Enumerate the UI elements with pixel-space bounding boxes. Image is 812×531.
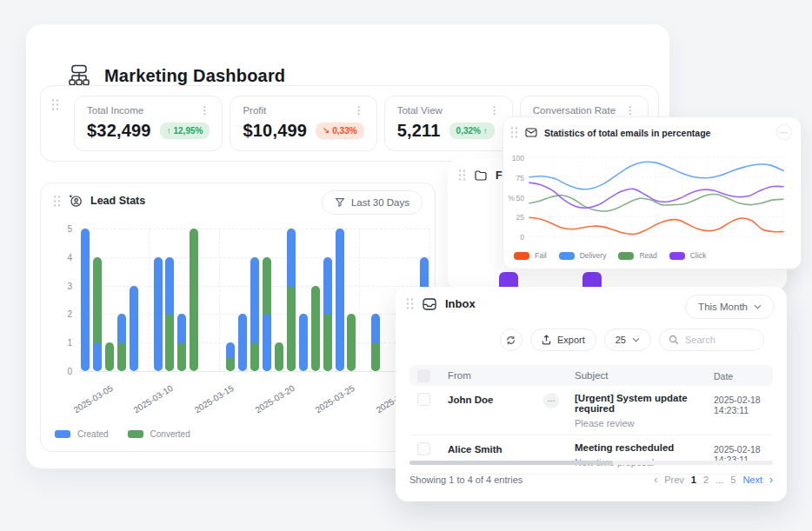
cell-subject: [Urgent] System update requiredPlease re…	[575, 393, 714, 428]
converted-bar	[287, 286, 296, 371]
kebab-menu-icon[interactable]: ⋮	[199, 106, 210, 115]
month-filter-button[interactable]: This Month	[685, 295, 775, 319]
x-axis-label: 2025-03-15	[186, 383, 236, 419]
bar-slot[interactable]	[299, 229, 308, 371]
bar-slot[interactable]	[117, 229, 126, 371]
converted-bar	[323, 314, 332, 371]
bar-slot[interactable]	[105, 229, 114, 371]
bar-slot[interactable]	[190, 229, 198, 371]
legend-label: Delivery	[580, 251, 607, 260]
legend-swatch	[128, 430, 143, 438]
bar-slot[interactable]	[250, 229, 259, 371]
pagination-item-prev[interactable]: Prev	[664, 475, 684, 485]
email-y-axis-label: 25	[509, 213, 524, 222]
filter-label: Last 30 Days	[351, 197, 409, 208]
created-bar	[336, 229, 344, 371]
drag-handle-icon[interactable]	[406, 297, 414, 310]
kebab-menu-icon[interactable]: ⋮	[489, 106, 500, 115]
legend-label: Created	[77, 429, 109, 439]
bar-slot[interactable]	[336, 229, 344, 371]
gridline	[79, 371, 430, 372]
pagination-item-5[interactable]: 5	[730, 475, 735, 485]
bar-slot[interactable]	[238, 229, 247, 371]
lead-legend: CreatedConverted	[55, 429, 190, 439]
bar-slot[interactable]	[81, 229, 90, 371]
export-button[interactable]: Export	[530, 329, 596, 351]
subject-text: Meeting rescheduled	[575, 442, 714, 453]
stat-card-value: $32,499	[87, 121, 151, 141]
pagination: ‹Prev12...5Next›	[654, 474, 773, 486]
app-header: Marketing Dashboard	[66, 64, 285, 87]
subject-preview: Please review	[575, 418, 714, 428]
horizontal-scrollbar[interactable]	[409, 461, 773, 465]
stat-card: Total Income⋮$32,499↑ 12,95%	[74, 96, 223, 151]
search-input[interactable]	[685, 335, 758, 345]
bar-slot[interactable]	[275, 229, 283, 371]
search-input-wrap	[659, 329, 764, 351]
legend-swatch	[514, 252, 529, 260]
drag-handle-icon[interactable]	[458, 169, 466, 182]
row-menu-icon[interactable]: ⋯	[543, 393, 559, 408]
stat-card-value: 5,211	[397, 121, 441, 141]
row-checkbox[interactable]	[417, 393, 430, 406]
bar-slot[interactable]	[93, 229, 102, 371]
bar-slot[interactable]	[154, 229, 163, 371]
pagination-item-[interactable]: ›	[769, 474, 773, 486]
bar-slot[interactable]	[287, 229, 296, 371]
legend-item: Created	[55, 429, 109, 439]
legend-item: Fail	[514, 251, 547, 260]
legend-item: Delivery	[559, 251, 607, 260]
bar-slot[interactable]	[323, 229, 332, 371]
kebab-menu-icon[interactable]: ⋮	[354, 106, 364, 115]
gridline	[359, 229, 360, 371]
drag-handle-icon[interactable]	[51, 98, 59, 111]
pagination-item-1[interactable]: 1	[691, 475, 696, 485]
stat-card-label: Conversation Rate	[533, 105, 616, 116]
bar-slot[interactable]	[311, 229, 320, 371]
page-size-select[interactable]: 25	[604, 329, 651, 351]
last-30-days-filter-button[interactable]: Last 30 Days	[322, 190, 423, 215]
y-axis-label: 0	[57, 367, 72, 376]
followers-header: Fo	[458, 169, 509, 182]
refresh-button[interactable]	[500, 329, 522, 351]
scrollbar-thumb[interactable]	[409, 461, 613, 465]
bar-slot[interactable]	[371, 229, 380, 371]
pagination-item-[interactable]: ‹	[654, 474, 657, 486]
column-header-from: From	[448, 370, 543, 381]
showing-entries-text: Showing 1 to 4 of 4 entries	[409, 475, 522, 485]
inbox-card: Inbox This Month Export 25	[396, 287, 787, 501]
bar-slot[interactable]	[347, 229, 356, 371]
pagination-item-2[interactable]: 2	[703, 475, 709, 485]
created-bar	[238, 314, 247, 371]
row-checkbox[interactable]	[417, 442, 430, 455]
inbox-footer: Showing 1 to 4 of 4 entries ‹Prev12...5N…	[409, 474, 773, 486]
bar-slot[interactable]	[130, 229, 138, 371]
email-y-axis-label: 0	[509, 233, 524, 242]
created-bar	[93, 342, 102, 371]
y-axis-label: 1	[57, 338, 72, 348]
legend-item: Converted	[128, 429, 190, 439]
inbox-icon	[423, 298, 436, 310]
lead-stats-title: Lead Stats	[90, 195, 145, 207]
month-filter-label: This Month	[698, 302, 748, 312]
stat-change-badge: ↑ 12,95%	[160, 123, 210, 139]
export-icon	[542, 335, 551, 345]
bar-slot[interactable]	[263, 229, 271, 371]
bar-slot[interactable]	[165, 229, 174, 371]
stat-card-label: Total Income	[87, 105, 143, 116]
select-all-checkbox[interactable]	[417, 369, 430, 382]
cell-from: Alice Smith	[448, 442, 543, 455]
y-axis-label: 3	[57, 282, 72, 291]
column-header-subject: Subject	[575, 370, 714, 381]
created-bar	[81, 229, 90, 371]
table-row[interactable]: John Doe⋯[Urgent] System update required…	[409, 386, 773, 435]
kebab-menu-icon[interactable]: ⋮	[625, 106, 636, 115]
bar-slot[interactable]	[177, 229, 186, 371]
converted-bar	[117, 342, 126, 371]
bar-slot[interactable]	[226, 229, 235, 371]
pagination-item-next[interactable]: Next	[742, 475, 762, 485]
legend-swatch	[618, 252, 634, 260]
drag-handle-icon[interactable]	[53, 195, 61, 208]
legend-item: Click	[669, 251, 706, 260]
table-row[interactable]: Alice SmithMeeting rescheduledNew time p…	[409, 435, 773, 475]
